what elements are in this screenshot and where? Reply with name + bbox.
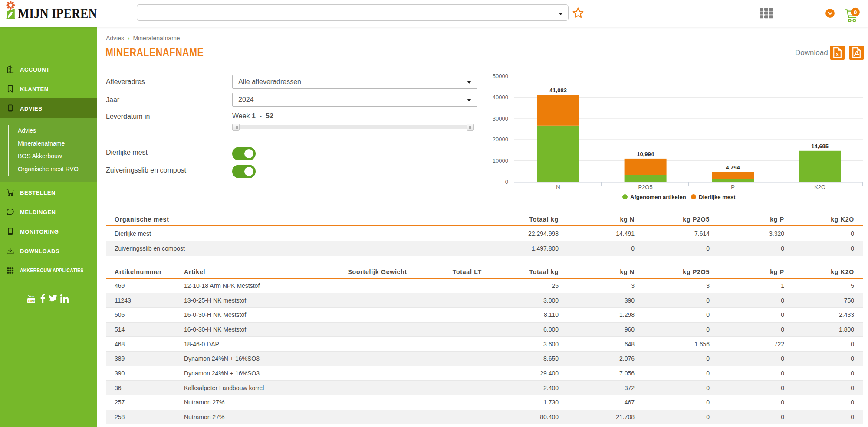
svg-text:10000: 10000 (493, 157, 508, 164)
svg-text:4,794: 4,794 (726, 164, 740, 171)
svg-text:0: 0 (854, 9, 857, 16)
svg-text:Tube: Tube (28, 300, 35, 303)
svg-text:N: N (556, 184, 560, 190)
svg-text:14,695: 14,695 (811, 143, 829, 150)
svg-text:30000: 30000 (493, 115, 508, 122)
svg-text:Dierlijke mest: Dierlijke mest (699, 194, 736, 200)
svg-text:40000: 40000 (493, 94, 508, 101)
svg-text:50000: 50000 (493, 73, 508, 79)
svg-text:P: P (731, 184, 735, 190)
svg-text:41,083: 41,083 (549, 87, 567, 94)
svg-text:0: 0 (505, 179, 508, 185)
svg-text:Afgenomen artikelen: Afgenomen artikelen (630, 194, 686, 200)
svg-text:10,994: 10,994 (637, 151, 654, 157)
svg-text:20000: 20000 (493, 136, 508, 143)
svg-text:You: You (28, 294, 35, 298)
svg-text:K2O: K2O (814, 184, 825, 190)
svg-text:P2O5: P2O5 (638, 184, 652, 190)
svg-text:x: x (836, 50, 839, 58)
